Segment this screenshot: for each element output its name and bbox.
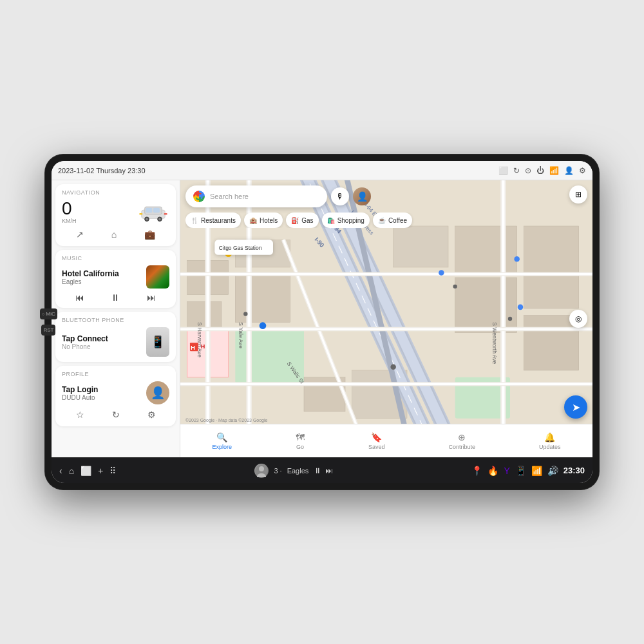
- saved-label: Saved: [368, 444, 385, 450]
- work-btn[interactable]: 💼: [140, 228, 159, 241]
- navigate-fab[interactable]: ➤: [564, 395, 587, 419]
- profile-name: Tap Login: [62, 385, 141, 394]
- voice-search-button[interactable]: 🎙: [331, 187, 349, 205]
- grid-button[interactable]: ⠿: [109, 466, 116, 476]
- user-avatar-button[interactable]: 👤: [353, 187, 371, 205]
- location-icon: 📍: [471, 466, 482, 476]
- status-bar: 2023-11-02 Thursday 23:30 ⬜ ↻ ⊙ ⏻ 📶 👤 ⚙: [52, 161, 592, 180]
- bt-info: Tap Connect No Phone: [62, 334, 141, 350]
- rst-button[interactable]: RST: [41, 325, 55, 336]
- home-btn[interactable]: ⌂: [108, 228, 120, 241]
- svg-rect-8: [139, 213, 142, 215]
- svg-point-48: [259, 466, 264, 471]
- gas-icon: ⛽: [291, 217, 299, 224]
- back-button[interactable]: ‹: [59, 466, 62, 476]
- filter-chip-gas[interactable]: ⛽ Gas: [286, 213, 318, 228]
- taskbar-play-controls: ⏸ ⏭: [314, 466, 333, 475]
- map-area[interactable]: H: [180, 180, 592, 457]
- music-widget: Music Hotel California Eagles ⏮ ⏸ ⏭: [55, 250, 176, 308]
- bt-title: Tap Connect: [62, 334, 141, 343]
- avatar: 👤: [146, 381, 169, 404]
- taskbar-next-btn[interactable]: ⏭: [325, 466, 333, 475]
- updates-icon: 🔔: [544, 432, 555, 442]
- mic-button[interactable]: ○ MIC: [40, 308, 57, 319]
- svg-rect-20: [524, 226, 578, 308]
- filter-coffee-label: Coffee: [388, 217, 407, 224]
- nav-go[interactable]: 🗺 Go: [290, 430, 310, 453]
- svg-rect-16: [235, 274, 290, 323]
- svg-point-41: [260, 322, 267, 329]
- svg-text:Citgo Gas Station: Citgo Gas Station: [219, 245, 262, 251]
- svg-rect-3: [153, 208, 160, 213]
- svg-rect-17: [393, 226, 448, 267]
- user-icon: 👤: [564, 166, 574, 175]
- taskbar-pause-btn[interactable]: ⏸: [314, 466, 321, 475]
- coffee-icon: ☕: [378, 217, 386, 224]
- home-button[interactable]: ⌂: [69, 466, 74, 476]
- nav-actions: ↗ ⌂ 💼: [62, 228, 169, 241]
- nav-contribute[interactable]: ⊕ Contribute: [443, 430, 480, 453]
- nav-updates[interactable]: 🔔 Updates: [534, 430, 566, 453]
- recents-button[interactable]: ⬜: [80, 466, 91, 476]
- status-datetime: 2023-11-02 Thursday 23:30: [58, 167, 146, 175]
- svg-rect-19: [455, 278, 517, 332]
- profile-info: Tap Login DUDU Auto: [62, 385, 141, 401]
- bt-subtitle: No Phone: [62, 343, 141, 350]
- filter-chip-shopping[interactable]: 🛍️ Shopping: [322, 213, 370, 228]
- android-auto-icon: 📱: [515, 466, 526, 476]
- power-icon: ⏻: [536, 166, 544, 175]
- nav-saved[interactable]: 🔖 Saved: [363, 430, 390, 453]
- profile-widget: Profile Tap Login DUDU Auto 👤 ☆ ↻ ⚙: [55, 366, 176, 426]
- profile-settings-btn[interactable]: ⚙: [144, 408, 160, 421]
- svg-point-6: [146, 218, 147, 220]
- svg-point-38: [518, 305, 524, 310]
- shopping-icon: 🛍️: [327, 217, 335, 224]
- refresh-btn[interactable]: ↻: [108, 408, 124, 421]
- search-box[interactable]: Search here: [185, 185, 327, 207]
- svg-text:S Harvard Ave: S Harvard Ave: [196, 322, 203, 357]
- speed-display: 0 KM/H: [62, 200, 77, 224]
- explore-label: Explore: [212, 444, 232, 450]
- svg-point-42: [390, 364, 396, 370]
- monitor-icon: ⬜: [498, 166, 508, 175]
- profile-subtitle: DUDU Auto: [62, 394, 141, 401]
- add-button[interactable]: +: [98, 466, 103, 476]
- map-bottom-nav: 🔍 Explore 🗺 Go 🔖 Saved ⊕ Contribute: [180, 424, 592, 457]
- pause-btn[interactable]: ⏸: [111, 292, 120, 303]
- nav-explore[interactable]: 🔍 Explore: [207, 430, 237, 453]
- bluetooth-label: Bluetooth Phone: [62, 317, 169, 323]
- app-icon-1: 🔥: [488, 466, 498, 476]
- bottom-taskbar: ‹ ⌂ ⬜ + ⠿ 3 · Eagles ⏸ ⏭: [52, 457, 592, 483]
- saved-icon: 🔖: [371, 432, 382, 442]
- profile-label: Profile: [62, 371, 169, 377]
- svg-rect-9: [164, 213, 167, 215]
- next-btn[interactable]: ⏭: [147, 292, 156, 303]
- search-placeholder: Search here: [210, 193, 319, 200]
- compass-button[interactable]: ◎: [569, 310, 587, 328]
- favorite-btn[interactable]: ☆: [72, 408, 88, 421]
- taskbar-right: 📍 🔥 Y 📱 📶 🔊 23:30: [471, 466, 585, 476]
- yahoo-icon: Y: [504, 466, 509, 476]
- bt-content: Tap Connect No Phone 📱: [62, 327, 169, 357]
- map-copyright: ©2023 Google · Map data ©2023 Google: [185, 418, 267, 422]
- phone-icon: 📱: [146, 327, 169, 357]
- svg-rect-14: [187, 301, 222, 329]
- taskbar-track-name: Eagles: [287, 467, 309, 475]
- music-info: Hotel California Eagles: [62, 269, 141, 285]
- contribute-label: Contribute: [448, 444, 475, 450]
- prev-btn[interactable]: ⏮: [75, 292, 84, 303]
- main-content: Navigation 0 KM/H: [52, 180, 592, 457]
- contribute-icon: ⊕: [458, 432, 466, 442]
- filter-chip-restaurants[interactable]: 🍴 Restaurants: [185, 213, 241, 228]
- device-screen: 2023-11-02 Thursday 23:30 ⬜ ↻ ⊙ ⏻ 📶 👤 ⚙ …: [52, 161, 592, 483]
- svg-text:S Wentworth Ave: S Wentworth Ave: [491, 322, 498, 364]
- svg-text:H: H: [191, 344, 195, 351]
- navigate-btn[interactable]: ↗: [72, 228, 88, 241]
- car-icon: [137, 202, 169, 222]
- svg-rect-2: [146, 208, 152, 213]
- filter-gas-label: Gas: [301, 217, 313, 224]
- speed-number: 0: [62, 200, 72, 218]
- filter-chip-coffee[interactable]: ☕ Coffee: [373, 213, 412, 228]
- filter-chip-hotels[interactable]: 🏨 Hotels: [244, 213, 283, 228]
- music-label: Music: [62, 255, 169, 261]
